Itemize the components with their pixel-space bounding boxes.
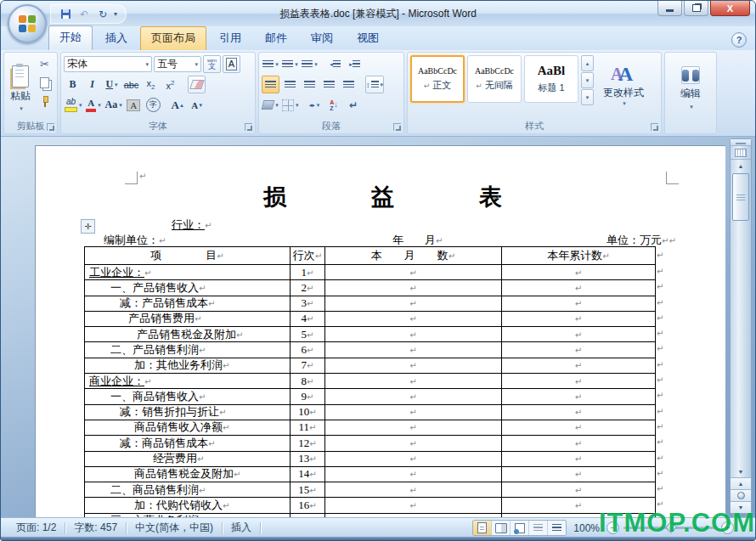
- item-cell[interactable]: 工业企业：↵: [85, 265, 291, 280]
- profit-loss-table[interactable]: 项 目↵ 行次↵ 本 月 数↵ 本年累计数↵ 工业企业：↵ 1↵ ↵ ↵ 一、: [84, 246, 656, 518]
- line-no-cell[interactable]: 15↵: [291, 482, 325, 498]
- month-value-cell[interactable]: ↵: [325, 265, 502, 280]
- ytd-value-cell[interactable]: ↵: [502, 342, 656, 358]
- table-row[interactable]: 经营费用↵ 13↵ ↵ ↵: [85, 451, 656, 466]
- asian-layout-button[interactable]: ◂▸▾: [306, 96, 324, 114]
- table-row[interactable]: 工业企业：↵ 1↵ ↵ ↵: [85, 265, 656, 280]
- web-layout-view-button[interactable]: [511, 521, 529, 535]
- styles-scroll-down-button[interactable]: ▼: [581, 72, 594, 88]
- ytd-value-cell[interactable]: ↵: [502, 451, 656, 466]
- line-no-cell[interactable]: 16↵: [291, 498, 325, 513]
- item-cell[interactable]: 加：代购代销收入↵: [85, 498, 291, 513]
- header-month[interactable]: 本 月 数↵: [325, 247, 502, 265]
- line-no-cell[interactable]: 2↵: [291, 280, 325, 296]
- office-button[interactable]: [8, 4, 47, 43]
- page-indicator[interactable]: 页面: 1/2: [8, 521, 65, 535]
- header-item[interactable]: 项 目↵: [85, 247, 291, 265]
- item-cell[interactable]: 一、产品销售收入↵: [85, 280, 291, 296]
- underline-button[interactable]: U▾: [103, 76, 121, 93]
- font-color-button[interactable]: A▾: [85, 96, 103, 114]
- scroll-up-button[interactable]: ▲: [731, 160, 751, 172]
- paste-dropdown-arrow[interactable]: ▾: [20, 105, 23, 112]
- justify-button[interactable]: [320, 76, 338, 93]
- item-cell[interactable]: 产品销售费用↵: [85, 311, 291, 326]
- increase-indent-button[interactable]: ▸: [346, 55, 364, 73]
- month-value-cell[interactable]: ↵: [325, 498, 502, 513]
- multilevel-list-button[interactable]: ▾: [301, 55, 319, 73]
- month-value-cell[interactable]: ↵: [325, 327, 502, 342]
- clipboard-dialog-launcher[interactable]: [47, 123, 54, 131]
- month-value-cell[interactable]: ↵: [325, 482, 502, 498]
- group-editing[interactable]: 编辑 ▾: [664, 52, 717, 134]
- item-cell[interactable]: 经营费用↵: [85, 451, 291, 466]
- previous-page-button[interactable]: ▲: [731, 477, 751, 489]
- enclose-characters-button[interactable]: 字: [144, 96, 162, 114]
- table-row[interactable]: 减：产品销售成本↵ 3↵ ↵ ↵: [85, 296, 656, 311]
- item-cell[interactable]: 二、商品销售利润↵: [85, 482, 291, 498]
- table-row[interactable]: 加：代购代销收入↵ 16↵ ↵ ↵: [85, 498, 656, 513]
- format-painter-button[interactable]: [36, 93, 54, 110]
- text-highlight-button[interactable]: ab▾: [64, 96, 83, 114]
- phonetic-guide-button[interactable]: wén文: [203, 55, 221, 73]
- item-cell[interactable]: 加：其他业务利润↵: [85, 358, 291, 373]
- close-button[interactable]: X: [710, 1, 750, 16]
- outline-view-button[interactable]: [529, 521, 548, 535]
- change-case-button[interactable]: Aa▾: [104, 96, 123, 114]
- line-no-cell[interactable]: 8↵: [291, 374, 325, 389]
- ruler-toggle-button[interactable]: [731, 146, 751, 160]
- line-no-cell[interactable]: 3↵: [291, 296, 325, 311]
- line-no-cell[interactable]: 6↵: [291, 342, 325, 358]
- month-value-cell[interactable]: ↵: [325, 342, 502, 358]
- align-center-button[interactable]: [281, 76, 299, 93]
- language-indicator[interactable]: 中文(简体，中国): [127, 521, 222, 535]
- month-value-cell[interactable]: ↵: [325, 280, 502, 296]
- style-heading1[interactable]: AaBl 标题 1: [524, 55, 578, 103]
- table-row[interactable]: 商品销售税金及附加↵ 14↵ ↵ ↵: [85, 466, 656, 482]
- align-left-button[interactable]: [262, 76, 279, 93]
- minimize-button[interactable]: [657, 1, 682, 16]
- borders-button[interactable]: ▾: [281, 96, 300, 114]
- character-shading-button[interactable]: A: [125, 96, 143, 114]
- header-line-no[interactable]: 行次↵: [291, 247, 325, 265]
- font-dialog-launcher[interactable]: [245, 123, 252, 131]
- split-handle[interactable]: [731, 139, 751, 146]
- table-row[interactable]: 二、商品销售利润↵ 15↵ ↵ ↵: [85, 482, 656, 498]
- table-row[interactable]: 减：销售折扣与折让↵ 10↵ ↵ ↵: [85, 404, 656, 420]
- cut-button[interactable]: ✂: [36, 55, 54, 73]
- line-no-cell[interactable]: 12↵: [291, 436, 325, 451]
- table-row[interactable]: 商品销售收入净额↵ 11↵ ↵ ↵: [85, 420, 656, 435]
- decrease-indent-button[interactable]: ◂: [326, 55, 344, 73]
- item-cell[interactable]: 商品销售收入净额↵: [85, 420, 291, 435]
- find-button[interactable]: [681, 66, 700, 84]
- table-row[interactable]: 产品销售费用↵ 4↵ ↵ ↵: [85, 311, 656, 326]
- month-value-cell[interactable]: ↵: [325, 358, 502, 373]
- line-no-cell[interactable]: 1↵: [291, 265, 325, 280]
- table-row[interactable]: 二、产品销售利润↵ 6↵ ↵ ↵: [85, 342, 656, 358]
- table-row[interactable]: 一、商品销售收入↵ 9↵ ↵ ↵: [85, 389, 656, 404]
- full-screen-reading-view-button[interactable]: [492, 521, 511, 535]
- month-value-cell[interactable]: ↵: [325, 436, 502, 451]
- word-count[interactable]: 字数: 457: [65, 521, 126, 535]
- tab-view[interactable]: 视图: [346, 27, 390, 50]
- select-browse-object-button[interactable]: [731, 489, 751, 501]
- distribute-button[interactable]: [340, 76, 358, 93]
- subscript-button[interactable]: x2: [142, 76, 160, 93]
- table-row[interactable]: 减：商品销售成本↵ 12↵ ↵ ↵: [85, 436, 656, 451]
- ytd-value-cell[interactable]: ↵: [502, 374, 656, 389]
- styles-scroll-up-button[interactable]: ▲: [581, 55, 594, 71]
- line-spacing-button[interactable]: ↕▾: [365, 76, 384, 93]
- draft-view-button[interactable]: [548, 521, 566, 535]
- restore-button[interactable]: [684, 1, 708, 16]
- item-cell[interactable]: 一、商品销售收入↵: [85, 389, 291, 404]
- item-cell[interactable]: 二、产品销售利润↵: [85, 342, 291, 358]
- month-value-cell[interactable]: ↵: [325, 420, 502, 435]
- ytd-value-cell[interactable]: ↵: [502, 280, 656, 296]
- line-no-cell[interactable]: 10↵: [291, 404, 325, 420]
- line-no-cell[interactable]: 11↵: [291, 420, 325, 435]
- tab-references[interactable]: 引用: [208, 27, 252, 50]
- month-value-cell[interactable]: ↵: [325, 374, 502, 389]
- shading-button[interactable]: ▾: [262, 96, 279, 114]
- sort-button[interactable]: AZ↓: [325, 96, 343, 114]
- line-no-cell[interactable]: 7↵: [291, 358, 325, 373]
- styles-dialog-launcher[interactable]: [651, 123, 658, 131]
